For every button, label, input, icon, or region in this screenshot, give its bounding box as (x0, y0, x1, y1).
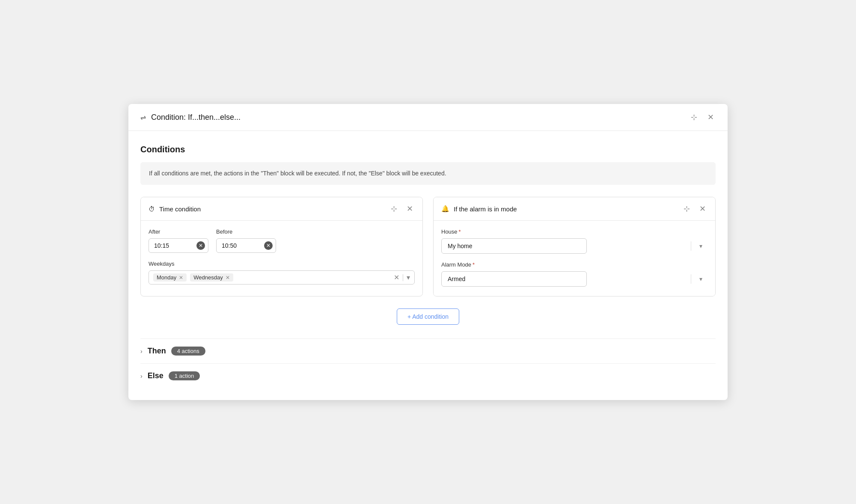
day-tag-monday: Monday ✕ (153, 273, 187, 282)
conditions-row: ⏱ Time condition ⊹ ✕ After (140, 197, 716, 296)
alarm-mode-chevron-icon: ▾ (699, 276, 702, 282)
weekdays-divider (403, 274, 403, 281)
modal-title: Condition: If...then...else... (151, 113, 241, 122)
add-condition-button[interactable]: + Add condition (397, 308, 459, 325)
before-input-wrapper: ✕ (216, 238, 276, 253)
time-condition-drag-icon[interactable]: ⊹ (389, 203, 399, 214)
alarm-mode-select-wrapper: Armed ▾ (441, 271, 707, 287)
before-field-group: Before ✕ (216, 228, 276, 253)
house-required: * (459, 228, 461, 235)
alarm-condition-drag-icon[interactable]: ⊹ (682, 203, 692, 214)
house-select-divider (691, 241, 691, 251)
house-chevron-icon: ▾ (699, 243, 702, 249)
alarm-mode-required: * (473, 261, 475, 268)
else-block-header[interactable]: › Else 1 action (140, 371, 716, 380)
time-condition-body: After ✕ Before ✕ (141, 220, 422, 294)
after-clear-button[interactable]: ✕ (196, 241, 205, 250)
before-label: Before (216, 228, 276, 235)
after-input-wrapper: ✕ (149, 238, 208, 253)
weekdays-chevron-icon[interactable]: ▾ (407, 273, 410, 282)
after-label: After (149, 228, 208, 235)
modal-body: Conditions If all conditions are met, th… (128, 131, 728, 400)
time-condition-title: Time condition (159, 205, 201, 213)
condition-icon: ⇌ (140, 113, 146, 122)
before-clear-button[interactable]: ✕ (264, 241, 273, 250)
day-tag-wednesday: Wednesday ✕ (190, 273, 233, 282)
alarm-condition-card: 🔔 If the alarm is in mode ⊹ ✕ House* (433, 197, 716, 296)
info-banner: If all conditions are met, the actions i… (140, 162, 716, 185)
modal-header-left: ⇌ Condition: If...then...else... (140, 113, 241, 122)
modal-header: ⇌ Condition: If...then...else... ⊹ ✕ (128, 104, 728, 131)
time-condition-header-icons: ⊹ ✕ (389, 203, 415, 214)
then-block-header[interactable]: › Then 4 actions (140, 347, 716, 356)
time-icon: ⏱ (149, 205, 155, 213)
time-condition-card: ⏱ Time condition ⊹ ✕ After (140, 197, 423, 296)
else-block: › Else 1 action (140, 363, 716, 388)
alarm-mode-select-divider (691, 274, 691, 284)
weekdays-icons: ✕ ▾ (394, 273, 410, 282)
house-select-wrapper: My home ▾ (441, 238, 707, 254)
alarm-condition-header-left: 🔔 If the alarm is in mode (441, 205, 517, 213)
time-condition-close-icon[interactable]: ✕ (405, 203, 415, 214)
time-fields-row: After ✕ Before ✕ (149, 228, 415, 253)
day-tag-wednesday-remove[interactable]: ✕ (226, 275, 230, 281)
day-tag-monday-label: Monday (157, 274, 176, 281)
alarm-mode-field-group: Alarm Mode* Armed ▾ (441, 261, 707, 287)
alarm-condition-header: 🔔 If the alarm is in mode ⊹ ✕ (434, 197, 715, 220)
house-label: House* (441, 228, 707, 235)
then-badge: 4 actions (171, 347, 205, 356)
alarm-condition-body: House* My home ▾ Alarm Mode* (434, 220, 715, 296)
alarm-mode-label: Alarm Mode* (441, 261, 707, 268)
drag-button[interactable]: ⊹ (689, 112, 699, 123)
alarm-icon: 🔔 (441, 205, 449, 213)
after-field-group: After ✕ (149, 228, 208, 253)
add-condition-wrapper: + Add condition (140, 308, 716, 338)
then-block-title: Then (148, 347, 166, 356)
else-chevron-icon: › (140, 373, 143, 379)
else-badge: 1 action (169, 371, 200, 380)
weekdays-clear-icon[interactable]: ✕ (394, 273, 399, 282)
weekdays-label: Weekdays (149, 261, 415, 267)
alarm-mode-select[interactable]: Armed (441, 271, 587, 287)
weekdays-field-group: Weekdays Monday ✕ Wednesday ✕ (149, 261, 415, 285)
weekdays-select[interactable]: Monday ✕ Wednesday ✕ ✕ ▾ (149, 270, 415, 285)
alarm-condition-title: If the alarm is in mode (454, 205, 517, 213)
add-condition-label: + Add condition (407, 313, 449, 320)
time-condition-header: ⏱ Time condition ⊹ ✕ (141, 197, 422, 220)
then-chevron-icon: › (140, 348, 143, 355)
day-tag-monday-remove[interactable]: ✕ (179, 275, 183, 281)
time-condition-header-left: ⏱ Time condition (149, 205, 201, 213)
modal: ⇌ Condition: If...then...else... ⊹ ✕ Con… (128, 104, 728, 400)
modal-header-icons: ⊹ ✕ (689, 112, 716, 123)
day-tag-wednesday-label: Wednesday (193, 274, 223, 281)
alarm-condition-close-icon[interactable]: ✕ (698, 203, 707, 214)
house-field-group: House* My home ▾ (441, 228, 707, 254)
else-block-title: Else (148, 371, 163, 380)
close-button[interactable]: ✕ (706, 112, 716, 123)
conditions-title: Conditions (140, 145, 716, 154)
house-select[interactable]: My home (441, 238, 587, 254)
then-block: › Then 4 actions (140, 338, 716, 363)
alarm-condition-header-icons: ⊹ ✕ (682, 203, 707, 214)
